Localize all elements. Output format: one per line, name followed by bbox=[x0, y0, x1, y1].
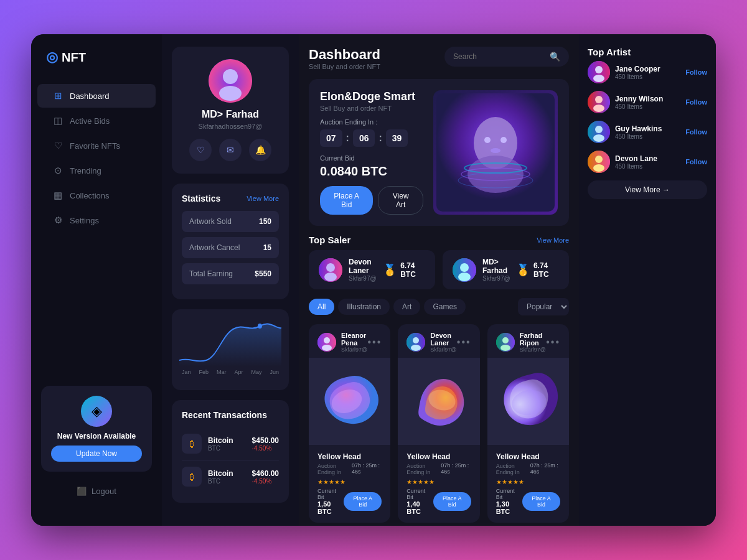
nft-bid-row: Current Bit 1,30 BTC Place A Bid bbox=[496, 488, 560, 515]
artist-left: Jane Cooper 450 Items bbox=[588, 61, 660, 83]
nft-image-1 bbox=[309, 358, 390, 445]
svg-point-15 bbox=[324, 273, 337, 281]
nft-user-handle: Skfarl97@ bbox=[341, 347, 368, 353]
place-bid-button-1[interactable]: Place A Bid bbox=[344, 492, 382, 511]
nft-card-header: Eleanor Pena Skfarl97@ ••• bbox=[309, 324, 390, 358]
logo-icon: ◎ bbox=[46, 49, 58, 65]
nft-auction: Auction Ending In bbox=[406, 463, 441, 475]
profile-card: MD> Farhad Skfarhadhossen97@ ♡ ✉ 🔔 bbox=[172, 47, 289, 174]
artist-avatar-2 bbox=[588, 91, 610, 113]
follow-button-4[interactable]: Follow bbox=[685, 158, 707, 166]
follow-button-3[interactable]: Follow bbox=[685, 128, 707, 136]
dashboard-title-group: Dashboard Sell Buy and order NFT bbox=[309, 47, 380, 70]
hero-card: Elon&Doge Smart Sell Buy and order NFT A… bbox=[309, 79, 569, 226]
nft-footer: Yellow Head Auction Ending In 07h : 25m … bbox=[309, 445, 390, 523]
artist-left: Devon Lane 450 Items bbox=[588, 151, 657, 173]
dashboard-subtitle: Sell Buy and order NFT bbox=[309, 63, 380, 70]
tx-amount-right: $450.00 -4.50% bbox=[252, 436, 279, 452]
search-input[interactable] bbox=[453, 52, 545, 61]
nft-user-handle: Skfarl97@ bbox=[430, 347, 457, 353]
notification-button[interactable]: 🔔 bbox=[249, 139, 271, 161]
top-saler-section: Top Saler View More Devon Laner Skfar97@ bbox=[309, 235, 569, 289]
chart-label: Mar bbox=[217, 369, 227, 375]
search-bar: 🔍 bbox=[444, 47, 569, 67]
stat-row-artwork-cancel: Artwork Cancel 15 bbox=[182, 237, 279, 258]
artist-row-3: Guy Hawkins 450 Items Follow bbox=[588, 121, 707, 143]
svg-point-7 bbox=[484, 137, 491, 143]
tx-info: Bitcoin BTC bbox=[208, 469, 233, 485]
right-panel: Top Artist Jane Cooper 450 Items Follow bbox=[579, 34, 716, 526]
svg-point-29 bbox=[500, 345, 510, 351]
nft-auction: Auction Ending In bbox=[496, 463, 530, 475]
saler-avatar-1 bbox=[319, 258, 342, 282]
sidebar-item-settings[interactable]: ⚙ Settings bbox=[37, 208, 156, 232]
filter-tab-art[interactable]: Art bbox=[393, 299, 420, 315]
filter-tab-illustration[interactable]: Illustration bbox=[338, 299, 390, 315]
nft-stars: ★★★★★ bbox=[496, 478, 560, 485]
artist-avatar-3 bbox=[588, 121, 610, 143]
bid-amount: 0.0840 BTC bbox=[320, 164, 423, 179]
nft-bid-label: Current Bit bbox=[317, 488, 344, 500]
bitcoin-icon: ₿ bbox=[182, 434, 202, 454]
saler-card-1: Devon Laner Skfar97@ 🥇 6.74 BTC bbox=[309, 250, 435, 289]
tx-amount: $450.00 bbox=[252, 436, 279, 445]
artist-info: Jane Cooper 450 Items bbox=[615, 65, 660, 80]
stats-view-more[interactable]: View More bbox=[247, 195, 279, 202]
svg-point-38 bbox=[595, 126, 603, 133]
artist-name: Jane Cooper bbox=[615, 65, 660, 73]
nft-timer: 07h : 25m : 46s bbox=[352, 462, 382, 475]
logo: ◎ NFT bbox=[31, 49, 162, 83]
stat-label: Artwork Sold bbox=[189, 217, 232, 226]
saler-info: Devon Laner Skfar97@ bbox=[349, 258, 383, 282]
filter-tab-all[interactable]: All bbox=[309, 299, 334, 315]
svg-point-21 bbox=[322, 345, 332, 351]
svg-point-1 bbox=[223, 69, 238, 84]
tx-sub: BTC bbox=[208, 478, 233, 485]
sidebar-item-active-bids[interactable]: ◫ Active Bids bbox=[37, 109, 156, 133]
logout-item[interactable]: ⬛ Logout bbox=[62, 482, 131, 501]
tx-name: Bitcoin bbox=[208, 436, 233, 445]
follow-button-1[interactable]: Follow bbox=[685, 68, 707, 76]
profile-handle: Skfarhadhossen97@ bbox=[182, 123, 279, 130]
seconds-box: 39 bbox=[386, 129, 408, 147]
place-bid-hero-button[interactable]: Place A Bid bbox=[320, 186, 373, 215]
nft-bid-val: 1,50 BTC bbox=[317, 500, 344, 515]
update-now-button[interactable]: Update Now bbox=[51, 446, 142, 462]
more-dots[interactable]: ••• bbox=[368, 337, 382, 348]
nft-bid-row: Current Bit 1,50 BTC Place A Bid bbox=[317, 488, 382, 515]
sidebar-item-favorite-nfts[interactable]: ♡ Favorite NFTs bbox=[37, 134, 156, 157]
artist-info: Guy Hawkins 450 Items bbox=[615, 124, 662, 140]
more-dots[interactable]: ••• bbox=[546, 337, 560, 348]
sidebar-item-dashboard[interactable]: ⊞ Dashboard bbox=[37, 84, 156, 108]
like-button[interactable]: ♡ bbox=[189, 139, 212, 161]
update-card: ◈ New Version Available Update Now bbox=[41, 386, 152, 472]
bitcoin-icon-2: ₿ bbox=[182, 467, 202, 487]
top-saler-view-more[interactable]: View More bbox=[537, 236, 569, 244]
nft-card-2: Devon Laner Skfarl97@ ••• bbox=[398, 324, 479, 523]
nft-title: Yellow Head bbox=[317, 452, 382, 461]
sidebar-item-label: Trending bbox=[70, 166, 101, 175]
svg-point-3 bbox=[258, 324, 262, 329]
stats-header: Statistics View More bbox=[182, 194, 279, 203]
timer-sep: : bbox=[346, 133, 349, 144]
view-more-artists-button[interactable]: View More → bbox=[588, 180, 707, 199]
chart-svg bbox=[179, 317, 281, 366]
hours-box: 07 bbox=[320, 129, 342, 147]
artist-row-2: Jenny Wilson 450 Items Follow bbox=[588, 91, 707, 113]
place-bid-button-2[interactable]: Place A Bid bbox=[433, 492, 471, 511]
artist-avatar-1 bbox=[588, 61, 610, 83]
message-button[interactable]: ✉ bbox=[219, 139, 242, 161]
place-bid-button-3[interactable]: Place A Bid bbox=[522, 492, 560, 511]
sidebar-item-trending[interactable]: ⊙ Trending bbox=[37, 159, 156, 182]
filter-tab-games[interactable]: Games bbox=[424, 299, 466, 315]
follow-button-2[interactable]: Follow bbox=[685, 98, 707, 106]
view-art-button[interactable]: View Art bbox=[378, 186, 423, 215]
nft-user: Farhad Ripon Skfarl97@ bbox=[496, 332, 547, 353]
popular-select[interactable]: Popular bbox=[518, 298, 569, 315]
sidebar-bottom: ◈ New Version Available Update Now ⬛ Log… bbox=[31, 376, 162, 511]
nft-user: Devon Laner Skfarl97@ bbox=[406, 332, 457, 353]
more-dots[interactable]: ••• bbox=[457, 337, 471, 348]
sidebar-item-collections[interactable]: ▦ Collections bbox=[37, 184, 156, 207]
chart-label: May bbox=[251, 369, 261, 375]
transactions-title: Recent Transactions bbox=[182, 410, 279, 420]
